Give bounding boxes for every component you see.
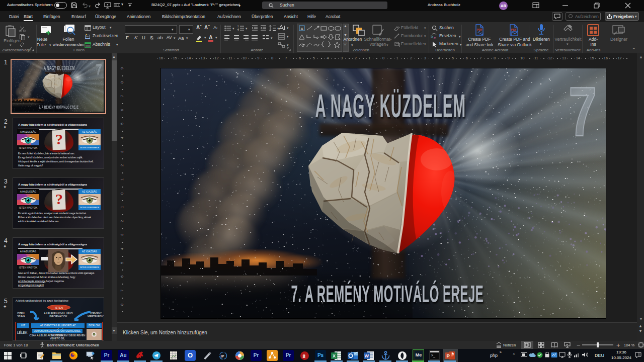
- svg-text:PDF: PDF: [511, 28, 517, 31]
- svg-text:X: X: [333, 353, 336, 358]
- svg-text:A: A: [301, 27, 304, 31]
- svg-text:8: 8: [303, 353, 306, 359]
- svg-text:b: b: [431, 34, 433, 39]
- svg-text:IP: IP: [221, 354, 224, 358]
- svg-text:W: W: [365, 353, 369, 358]
- svg-text:>_: >_: [431, 353, 435, 357]
- svg-text:PDF: PDF: [477, 28, 483, 31]
- svg-text:P: P: [447, 353, 450, 358]
- svg-text:3: 3: [237, 29, 239, 31]
- svg-text:c: c: [434, 36, 436, 40]
